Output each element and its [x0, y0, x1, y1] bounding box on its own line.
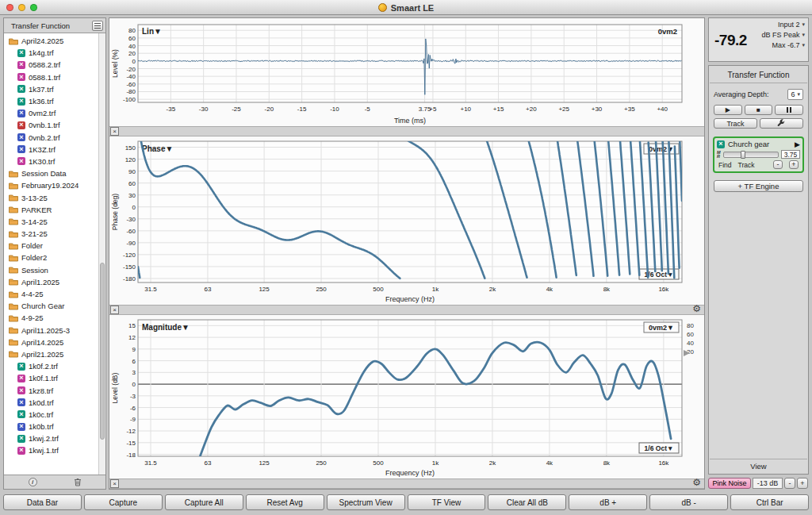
tree-file-item[interactable]: ×1k0b.trf: [4, 421, 105, 432]
svg-text:-9: -9: [130, 416, 136, 423]
add-tf-engine-button[interactable]: + TF Engine: [714, 180, 803, 192]
tree-folder-item[interactable]: February19.2024: [4, 179, 105, 191]
meter-max-select[interactable]: Max -6.7▾: [772, 41, 805, 49]
tree-folder-item[interactable]: Folder2: [4, 252, 105, 263]
sidebar-menu-button[interactable]: [92, 21, 103, 31]
tree-folder-item[interactable]: 3-21-25: [4, 228, 105, 240]
svg-text:6: 6: [132, 358, 136, 365]
tree-file-item[interactable]: ×1k37.trf: [4, 83, 105, 95]
chevron-down-icon: ▾: [802, 21, 805, 28]
toolbar-button-spectrum-view[interactable]: Spectrum View: [327, 494, 405, 510]
tree-folder-item[interactable]: 4-4-25: [4, 288, 105, 300]
toolbar-button-capture-all[interactable]: Capture All: [165, 494, 243, 510]
delay-minus-button[interactable]: -: [773, 160, 783, 169]
tree-folder-item[interactable]: Folder: [4, 240, 105, 252]
pause-button[interactable]: [775, 105, 803, 115]
tree-item-label: 0vnb.2.trf: [29, 133, 60, 142]
tree-file-item[interactable]: ×1kwj.1.trf: [4, 444, 105, 456]
tree-file-item[interactable]: ×1k4g.trf: [4, 47, 105, 59]
trash-icon[interactable]: [74, 475, 82, 490]
toolbar-button-db-[interactable]: dB +: [569, 494, 647, 510]
delay-plus-button[interactable]: +: [789, 160, 799, 169]
input-select[interactable]: Input 2▾: [778, 21, 805, 29]
tree-file-item[interactable]: ×1k0c.trf: [4, 409, 105, 421]
magnitude-settings-gear-icon[interactable]: ⚙: [692, 478, 701, 488]
trf-file-icon: ×: [17, 85, 25, 93]
toolbar-button-capture[interactable]: Capture: [84, 494, 163, 510]
tree-item-label: 1kwj.1.trf: [29, 446, 59, 455]
tree-file-item[interactable]: ×0vnb.1.trf: [4, 119, 105, 131]
tree-file-item[interactable]: ×0588.1.trf: [4, 71, 105, 83]
tree-item-label: 0588.2.trf: [29, 60, 60, 69]
toolbar-button-reset-avg[interactable]: Reset Avg: [246, 494, 324, 510]
delay-value[interactable]: 3.75: [781, 150, 800, 159]
delay-slider[interactable]: [723, 152, 779, 158]
tree-folder-item[interactable]: Session: [4, 264, 105, 276]
tree-file-item[interactable]: ×0588.2.trf: [4, 59, 105, 71]
track-button[interactable]: Track: [714, 118, 757, 129]
pink-noise-button[interactable]: Pink Noise: [708, 478, 751, 489]
trf-file-icon: ×: [17, 423, 25, 431]
tree-folder-item[interactable]: April24.2025: [4, 35, 105, 47]
tree-file-item[interactable]: ×1k0f.2.trf: [4, 360, 105, 372]
meter-value: -79.2: [714, 32, 747, 49]
tree-folder-item[interactable]: PARKER: [4, 204, 105, 216]
generator-level-plus-button[interactable]: +: [797, 478, 808, 489]
tree-folder-item[interactable]: April14.2025: [4, 336, 105, 348]
tree-folder-item[interactable]: Session Data: [4, 167, 105, 179]
svg-text:-18: -18: [126, 452, 136, 459]
tree-folder-item[interactable]: 3-13-25: [4, 191, 105, 203]
toolbar-button-clear-all-db[interactable]: Clear All dB: [488, 494, 566, 510]
tree-file-item[interactable]: ×1kwj.2.trf: [4, 432, 105, 444]
toolbar-button-db-[interactable]: dB -: [649, 494, 728, 510]
meter-unit-select[interactable]: dB FS Peak▾: [761, 31, 805, 39]
averaging-depth-select[interactable]: 6 ▾: [787, 89, 803, 100]
phase-settings-gear-icon[interactable]: ⚙: [692, 304, 701, 314]
toolbar-button-ctrl-bar[interactable]: Ctrl Bar: [730, 494, 809, 510]
tree-file-item[interactable]: ×1K3Z.trf: [4, 144, 105, 156]
tree-folder-item[interactable]: 3-14-25: [4, 216, 105, 228]
close-impulse-chart-button[interactable]: ×: [110, 127, 119, 136]
tree-folder-item[interactable]: April11.2025-3: [4, 325, 105, 336]
tree-file-item[interactable]: ×1k36.trf: [4, 95, 105, 107]
engine-play-icon[interactable]: ▶: [795, 140, 800, 148]
tree-item-label: April24.2025: [21, 37, 63, 45]
magnitude-chart[interactable]: 15129630-3-6-9-12-15-1831.5631252505001k…: [109, 315, 704, 478]
svg-text:2k: 2k: [489, 459, 496, 467]
svg-text:12: 12: [128, 334, 136, 341]
close-magnitude-chart-button[interactable]: ×: [110, 479, 119, 488]
engine-track-button[interactable]: Track: [738, 161, 755, 169]
tree-file-item[interactable]: ×1k0f.1.trf: [4, 372, 105, 384]
generator-level-minus-button[interactable]: -: [784, 478, 795, 489]
tree-item-label: 0vm2.trf: [29, 109, 56, 117]
impulse-response-chart[interactable]: 806040200-20-40-60-80-100-35-30-25-20-15…: [109, 18, 704, 126]
tree-folder-item[interactable]: April21.2025: [4, 348, 105, 360]
tree-scrollbar-thumb[interactable]: [100, 263, 105, 439]
tree-file-item[interactable]: ×0vm2.trf: [4, 107, 105, 119]
tf-engine-church-gear[interactable]: × Church gear ▶ M R 3.75 Find Track - +: [713, 136, 804, 173]
tree-file-item[interactable]: ×0vnb.2.trf: [4, 132, 105, 144]
tree-scrollbar[interactable]: [98, 33, 105, 475]
tree-folder-item[interactable]: April1.2025: [4, 276, 105, 288]
bottom-toolbar: Data BarCaptureCapture AllReset AvgSpect…: [3, 493, 809, 512]
tree-file-item[interactable]: ×1k0d.trf: [4, 397, 105, 409]
tree-file-item[interactable]: ×1K30.trf: [4, 156, 105, 167]
reverse-toggle[interactable]: R: [717, 155, 721, 159]
delay-slider-thumb[interactable]: [741, 151, 745, 159]
settings-wrench-button[interactable]: [760, 118, 803, 129]
phase-chart[interactable]: 1501209060300-30-60-90-120-150-18031.563…: [109, 136, 704, 305]
play-button[interactable]: ▶: [714, 105, 742, 115]
stop-button[interactable]: ■: [745, 105, 773, 115]
svg-text:-25: -25: [232, 106, 241, 113]
svg-text:-15: -15: [297, 106, 307, 113]
tree-file-item[interactable]: ×1kz8.trf: [4, 384, 105, 396]
tree-folder-item[interactable]: 4-9-25: [4, 312, 105, 324]
trf-file-icon: ×: [17, 398, 25, 406]
tree-folder-item[interactable]: Church Gear: [4, 300, 105, 312]
toolbar-button-data-bar[interactable]: Data Bar: [3, 494, 82, 510]
info-icon[interactable]: i: [29, 478, 37, 486]
close-phase-chart-button[interactable]: ×: [110, 306, 119, 314]
svg-text:+30: +30: [592, 106, 603, 113]
toolbar-button-tf-view[interactable]: TF View: [408, 494, 486, 510]
find-button[interactable]: Find: [718, 161, 732, 169]
